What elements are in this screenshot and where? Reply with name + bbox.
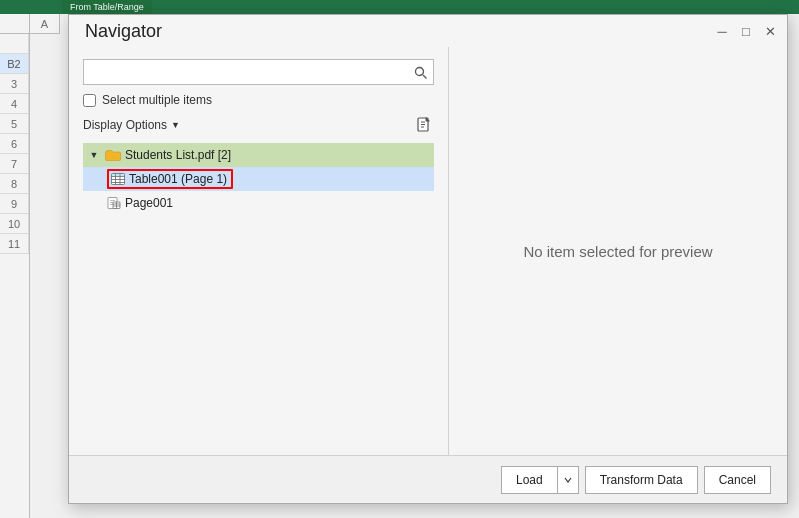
row-num-blank bbox=[0, 34, 29, 54]
row-num-10: 10 bbox=[0, 214, 29, 234]
left-panel: Select multiple items Display Options ▼ bbox=[69, 47, 449, 455]
dialog-main: Select multiple items Display Options ▼ bbox=[69, 47, 787, 455]
dialog-content: Select multiple items Display Options ▼ bbox=[69, 47, 787, 503]
display-options-arrow: ▼ bbox=[171, 120, 180, 130]
select-multiple-row: Select multiple items bbox=[83, 93, 434, 107]
row-num-8: 8 bbox=[0, 174, 29, 194]
folder-icon bbox=[105, 149, 121, 161]
chevron-down-icon bbox=[564, 477, 572, 483]
tree-item-page001[interactable]: Page001 bbox=[83, 191, 434, 215]
load-dropdown-arrow[interactable] bbox=[557, 466, 579, 494]
cancel-button[interactable]: Cancel bbox=[704, 466, 771, 494]
row-num-9: 9 bbox=[0, 194, 29, 214]
row-num-5: 5 bbox=[0, 114, 29, 134]
dialog-title: Navigator bbox=[77, 21, 162, 42]
right-panel: No item selected for preview bbox=[449, 47, 787, 455]
row-num-4: 4 bbox=[0, 94, 29, 114]
excel-tab-label: From Table/Range bbox=[70, 2, 144, 12]
select-multiple-checkbox[interactable] bbox=[83, 94, 96, 107]
refresh-icon[interactable] bbox=[414, 115, 434, 135]
navigator-dialog: Navigator ─ □ ✕ bbox=[68, 14, 788, 504]
svg-line-1 bbox=[423, 75, 427, 79]
row-num-3: 3 bbox=[0, 74, 29, 94]
root-label: Students List.pdf [2] bbox=[125, 148, 231, 162]
svg-point-0 bbox=[415, 67, 423, 75]
refresh-svg bbox=[415, 116, 433, 134]
row-num-6: 6 bbox=[0, 134, 29, 154]
load-button-group: Load bbox=[501, 466, 579, 494]
tree-item-table001[interactable]: Table001 (Page 1) bbox=[83, 167, 434, 191]
transform-data-button[interactable]: Transform Data bbox=[585, 466, 698, 494]
display-options-label: Display Options bbox=[83, 118, 167, 132]
excel-tab: From Table/Range bbox=[62, 0, 152, 14]
page-icon bbox=[107, 197, 121, 209]
search-input[interactable] bbox=[83, 59, 434, 85]
maximize-button[interactable]: □ bbox=[737, 22, 755, 40]
tree-item-root[interactable]: ▼ Students List.pdf [2] bbox=[83, 143, 434, 167]
row-num-11: 11 bbox=[0, 234, 29, 254]
table001-highlight: Table001 (Page 1) bbox=[107, 169, 233, 189]
svg-rect-12 bbox=[112, 174, 125, 177]
tree-view: ▼ Students List.pdf [2] bbox=[83, 143, 434, 443]
row-num-7: 7 bbox=[0, 154, 29, 174]
close-button[interactable]: ✕ bbox=[761, 22, 779, 40]
expand-icon: ▼ bbox=[87, 148, 101, 162]
search-button[interactable] bbox=[410, 62, 430, 82]
dialog-titlebar: Navigator ─ □ ✕ bbox=[69, 15, 787, 47]
no-preview-text: No item selected for preview bbox=[523, 243, 712, 260]
search-icon bbox=[414, 66, 427, 79]
display-options-row: Display Options ▼ bbox=[83, 115, 434, 135]
row-numbers-column: B2 3 4 5 6 7 8 9 10 11 bbox=[0, 14, 30, 518]
minimize-button[interactable]: ─ bbox=[713, 22, 731, 40]
search-box-container bbox=[83, 59, 434, 85]
titlebar-controls: ─ □ ✕ bbox=[713, 22, 779, 40]
table001-label: Table001 (Page 1) bbox=[129, 172, 227, 186]
corner-cell bbox=[0, 14, 29, 34]
col-a-header: A bbox=[30, 14, 60, 34]
select-multiple-label: Select multiple items bbox=[102, 93, 212, 107]
dialog-footer: Load Transform Data Cancel bbox=[69, 455, 787, 503]
table-icon bbox=[111, 173, 125, 185]
page001-label: Page001 bbox=[125, 196, 173, 210]
load-button[interactable]: Load bbox=[501, 466, 557, 494]
display-options-button[interactable]: Display Options ▼ bbox=[83, 118, 180, 132]
row-num-b2: B2 bbox=[0, 54, 29, 74]
